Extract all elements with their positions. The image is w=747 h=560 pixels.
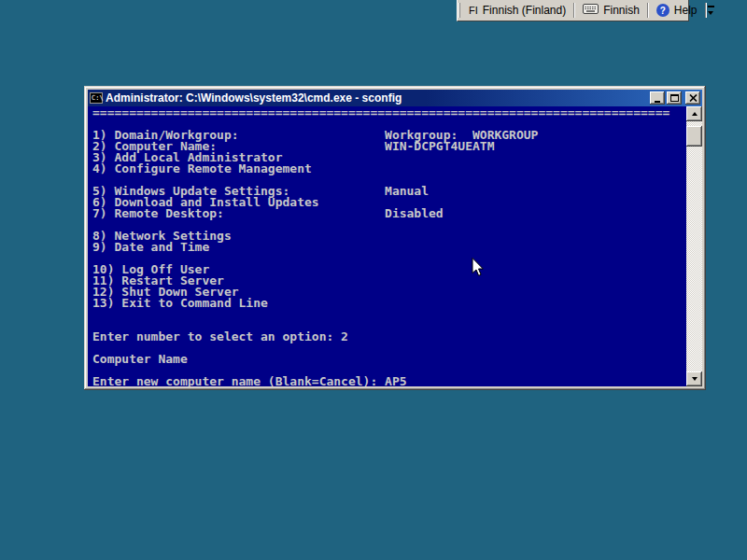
language-bar-separator <box>647 3 649 18</box>
language-bar-separator <box>573 3 575 18</box>
close-button[interactable] <box>685 91 700 105</box>
vertical-scrollbar[interactable] <box>686 106 702 386</box>
console-line: 4) Configure Remote Management <box>92 163 686 175</box>
minimize-button[interactable] <box>650 91 665 105</box>
console-line: 9) Date and Time <box>92 242 686 253</box>
console-line: 7) Remote Desktop: Disabled <box>92 208 686 219</box>
text-cursor: _ <box>407 374 415 386</box>
help-button[interactable]: ? Help <box>650 0 704 21</box>
arrow-up-icon <box>692 112 698 116</box>
keyboard-icon <box>583 4 599 17</box>
console-line: Enter new computer name (Blank=Cancel): … <box>92 376 686 386</box>
console-line <box>92 309 686 320</box>
scrollbar-thumb[interactable] <box>686 126 702 147</box>
language-bar-grip-handle[interactable] <box>458 3 460 18</box>
language-name-label: Finnish (Finland) <box>483 4 566 17</box>
console-line: Enter number to select an option: 2 <box>92 331 686 343</box>
language-bar-minimize-icon[interactable] <box>708 6 714 7</box>
console-output[interactable]: ========================================… <box>88 106 686 386</box>
cmd-icon: C:\ <box>90 92 103 104</box>
console-line: ========================================… <box>92 107 686 119</box>
cmd-window: C:\ Administrator: C:\Windows\system32\c… <box>84 86 706 390</box>
language-bar-options-chevron-down-icon[interactable] <box>708 11 713 15</box>
help-icon: ? <box>656 4 669 17</box>
help-label: Help <box>674 4 698 17</box>
language-selector-button[interactable]: FI Finnish (Finland) <box>462 0 572 21</box>
console-line: Computer Name <box>92 354 686 365</box>
maximize-button[interactable] <box>667 91 682 105</box>
desktop: FI Finnish (Finland) Finnish ? Help <box>0 0 747 560</box>
language-bar-controls <box>708 0 714 21</box>
arrow-down-icon <box>692 377 698 381</box>
mouse-pointer-icon <box>472 258 485 277</box>
console-line: 13) Exit to Command Line <box>92 298 686 309</box>
minimize-icon <box>655 101 660 103</box>
keyboard-layout-label: Finnish <box>603 4 640 17</box>
keyboard-layout-button[interactable]: Finnish <box>576 0 646 21</box>
maximize-icon <box>670 94 679 102</box>
scroll-down-button[interactable] <box>686 371 702 386</box>
scroll-up-button[interactable] <box>686 106 702 121</box>
titlebar[interactable]: C:\ Administrator: C:\Windows\system32\c… <box>88 90 702 106</box>
language-bar-separator <box>705 3 707 18</box>
window-title: Administrator: C:\Windows\system32\cmd.e… <box>106 91 647 105</box>
language-code-label: FI <box>469 5 478 16</box>
close-icon <box>689 94 698 102</box>
language-bar[interactable]: FI Finnish (Finland) Finnish ? Help <box>457 0 689 21</box>
scrollbar-track[interactable] <box>686 121 702 371</box>
window-controls <box>650 91 700 105</box>
